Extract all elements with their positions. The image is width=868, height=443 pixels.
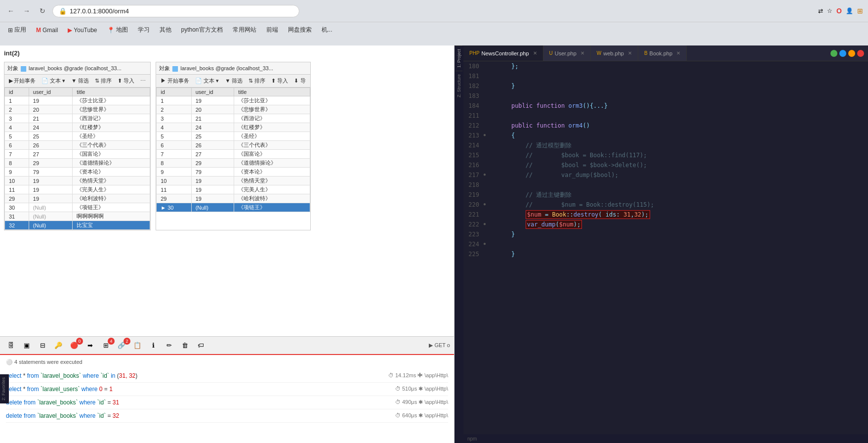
table-cell[interactable]: 4 bbox=[5, 123, 29, 132]
columns-btn[interactable]: ⊟ bbox=[36, 339, 49, 353]
tab-user[interactable]: U User.php ✕ bbox=[543, 45, 591, 61]
table-cell[interactable]: 26 bbox=[29, 141, 73, 150]
bookmark-other[interactable]: 其他 bbox=[156, 24, 175, 36]
table-cell[interactable]: 19 bbox=[191, 96, 234, 105]
table-cell[interactable]: 25 bbox=[191, 132, 234, 141]
translate-icon[interactable]: ⇄ bbox=[818, 7, 823, 14]
refresh-button[interactable]: ↻ bbox=[37, 5, 48, 17]
table-cell[interactable]: 《国富论》 bbox=[73, 150, 150, 159]
db-icon-btn[interactable]: 🗄 bbox=[4, 339, 18, 353]
table-cell[interactable]: 79 bbox=[29, 168, 73, 177]
col-title-2[interactable]: title bbox=[234, 88, 310, 96]
table-cell[interactable]: 《哈利波特》 bbox=[73, 194, 150, 203]
sql-row[interactable]: select * from `laravel_books` where `id`… bbox=[6, 369, 448, 383]
opera-icon[interactable]: O bbox=[836, 7, 842, 15]
sql-row[interactable]: delete from `laravel_books` where `id` =… bbox=[6, 409, 448, 423]
extension-icon[interactable]: ⊞ bbox=[857, 7, 863, 15]
table-cell[interactable]: 比宝宝 bbox=[73, 221, 150, 230]
close-tab-3[interactable]: ✕ bbox=[628, 50, 632, 56]
table-cell[interactable]: 30 bbox=[5, 203, 29, 212]
table-cell[interactable]: 2 bbox=[157, 105, 191, 114]
table-cell[interactable]: 《红楼梦》 bbox=[73, 123, 150, 132]
table-cell[interactable]: 21 bbox=[29, 114, 73, 123]
table-cell[interactable]: 29 bbox=[5, 194, 29, 203]
table-cell[interactable]: 27 bbox=[191, 150, 234, 159]
table-cell[interactable]: 29 bbox=[191, 159, 234, 168]
table-cell[interactable]: 31 bbox=[5, 212, 29, 221]
table-btn[interactable]: ▣ bbox=[20, 339, 34, 353]
tag-btn[interactable]: 🏷 bbox=[194, 339, 207, 353]
col-userid-2[interactable]: user_id bbox=[191, 88, 234, 96]
table-cell[interactable]: 20 bbox=[191, 105, 234, 114]
col-userid-1[interactable]: user_id bbox=[29, 88, 73, 96]
table-cell[interactable]: 11 bbox=[157, 185, 191, 194]
project-panel[interactable]: 1: Project bbox=[455, 45, 462, 71]
begin-transaction-btn-1[interactable]: ▶ 开始事务 bbox=[6, 76, 38, 86]
begin-transaction-btn-2[interactable]: ▶ 开始事务 bbox=[158, 76, 192, 86]
table-cell[interactable]: 21 bbox=[191, 114, 234, 123]
structure-panel[interactable]: Z: Structure bbox=[455, 71, 462, 100]
tab-newscontroller[interactable]: PHP NewsController.php ✕ bbox=[463, 45, 543, 61]
text-btn-1[interactable]: 📄 文本 ▾ bbox=[39, 76, 68, 86]
table-cell[interactable]: 10 bbox=[5, 177, 29, 185]
table-cell[interactable]: 9 bbox=[5, 168, 29, 177]
close-tab-2[interactable]: ✕ bbox=[580, 50, 584, 56]
table-cell[interactable]: 《三个代表》 bbox=[234, 141, 310, 150]
table-cell[interactable]: 《西游记》 bbox=[73, 114, 150, 123]
table-cell[interactable]: 19 bbox=[29, 96, 73, 105]
table-cell[interactable]: 19 bbox=[29, 185, 73, 194]
forward-button[interactable]: → bbox=[21, 5, 33, 17]
table-cell[interactable]: 6 bbox=[157, 141, 191, 150]
table-cell[interactable]: 26 bbox=[191, 141, 234, 150]
bookmark-youtube[interactable]: ▶ YouTube bbox=[64, 25, 101, 35]
tab-book[interactable]: B Book.php ✕ bbox=[638, 45, 687, 61]
table-cell[interactable]: 4 bbox=[157, 123, 191, 132]
table-cell[interactable]: 啊啊啊啊啊 bbox=[73, 212, 150, 221]
delete-btn[interactable]: 🗑 bbox=[178, 339, 192, 353]
table-cell[interactable]: 79 bbox=[191, 168, 234, 177]
table-cell[interactable]: 9 bbox=[157, 168, 191, 177]
bookmark-gmail[interactable]: M Gmail bbox=[32, 25, 62, 35]
sort-btn-1[interactable]: ⇅ 排序 bbox=[92, 76, 114, 86]
table-cell[interactable]: 27 bbox=[29, 150, 73, 159]
table-cell[interactable]: 24 bbox=[29, 123, 73, 132]
close-tab-1[interactable]: ✕ bbox=[533, 50, 537, 56]
table-cell[interactable]: 24 bbox=[191, 123, 234, 132]
table-cell[interactable]: 《道德情操论》 bbox=[73, 159, 150, 168]
edit-btn[interactable]: ✏ bbox=[162, 339, 176, 353]
table-cell[interactable]: 19 bbox=[191, 185, 234, 194]
table-cell[interactable]: ► 30 bbox=[157, 203, 191, 212]
close-tab-4[interactable]: ✕ bbox=[676, 50, 680, 56]
table-cell[interactable]: 11 bbox=[5, 185, 29, 194]
table-cell[interactable]: 8 bbox=[5, 159, 29, 168]
tab-web[interactable]: W web.php ✕ bbox=[591, 45, 638, 61]
info-btn[interactable]: ℹ bbox=[146, 339, 160, 353]
table-cell[interactable]: 《热情天堂》 bbox=[73, 177, 150, 185]
bookmark-icon[interactable]: ☆ bbox=[827, 7, 832, 14]
table-cell[interactable]: 5 bbox=[5, 132, 29, 141]
table-cell[interactable]: 《西游记》 bbox=[234, 114, 310, 123]
table-cell[interactable]: 《道德情操论》 bbox=[234, 159, 310, 168]
table-cell[interactable]: 20 bbox=[29, 105, 73, 114]
table-cell[interactable]: 《莎士比亚》 bbox=[234, 96, 310, 105]
col-title-1[interactable]: title bbox=[73, 88, 150, 96]
table-cell[interactable]: (Null) bbox=[29, 212, 73, 221]
col-id-2[interactable]: id bbox=[157, 88, 191, 96]
table-cell[interactable]: 29 bbox=[157, 194, 191, 203]
code-area[interactable]: 1801811821831842112122132142152162172182… bbox=[463, 61, 868, 434]
table-cell[interactable]: 8 bbox=[157, 159, 191, 168]
col-id-1[interactable]: id bbox=[5, 88, 29, 96]
profile-icon[interactable]: 👤 bbox=[846, 7, 853, 14]
arrow-btn[interactable]: ➡ bbox=[83, 339, 97, 353]
table-cell[interactable]: 25 bbox=[29, 132, 73, 141]
export-btn-2[interactable]: ⬇ 导 bbox=[291, 76, 308, 86]
bookmark-sites[interactable]: 常用网站 bbox=[229, 24, 260, 36]
bookmark-machine[interactable]: 机... bbox=[318, 24, 336, 36]
sort-btn-2[interactable]: ⇅ 排序 bbox=[246, 76, 268, 86]
table-cell[interactable]: 《悲惨世界》 bbox=[234, 105, 310, 114]
bookmark-frontend[interactable]: 前端 bbox=[262, 24, 282, 36]
import-btn-1[interactable]: ⬆ 导入 bbox=[115, 76, 137, 86]
table-cell[interactable]: 2 bbox=[5, 105, 29, 114]
table-cell[interactable]: 19 bbox=[191, 177, 234, 185]
bookmark-python[interactable]: python官方文档 bbox=[177, 24, 227, 36]
